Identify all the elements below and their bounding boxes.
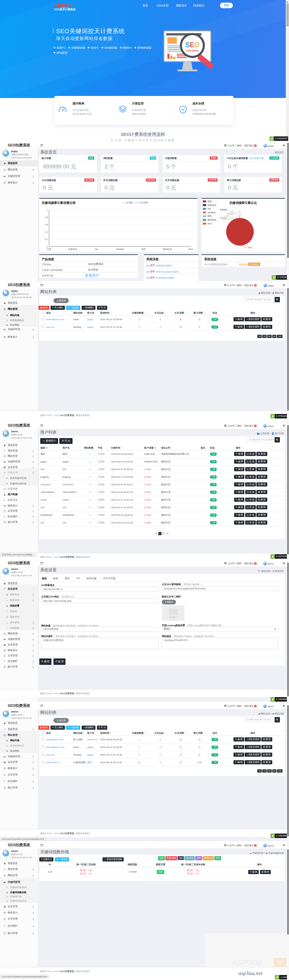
svg-text:0.6: 0.6 <box>45 223 48 226</box>
svg-text:360移动: 360移动 <box>208 211 216 214</box>
svg-text:搜狗移动: 搜狗移动 <box>208 219 216 221</box>
svg-text:百度: 百度 <box>47 248 52 251</box>
svg-text:0.2: 0.2 <box>45 238 48 240</box>
svg-text:搜狗移动: 搜狗移动 <box>163 248 172 251</box>
svg-text:0.8: 0.8 <box>45 216 48 219</box>
svg-text:搜狗: 搜狗 <box>142 248 146 251</box>
svg-text:360: 360 <box>208 207 211 210</box>
svg-text:SEO: SEO <box>185 41 200 49</box>
svg-text:百度移动: 百度移动 <box>208 204 216 207</box>
svg-text:神马: 神马 <box>189 248 193 251</box>
svg-text:0: 0 <box>47 245 48 248</box>
svg-text:神马: 神马 <box>208 223 212 225</box>
svg-text:百度: 百度 <box>208 200 212 203</box>
svg-text:百度: 百度 <box>248 247 252 249</box>
svg-text:搜狗: 搜狗 <box>208 215 212 218</box>
svg-text:百度移动: 百度移动 <box>68 248 77 251</box>
svg-text:0.4: 0.4 <box>45 231 48 233</box>
svg-text:360: 360 <box>231 211 234 213</box>
svg-text:百度移动: 百度移动 <box>220 208 227 211</box>
svg-text:360移动: 360移动 <box>116 248 124 251</box>
svg-text:神马: 神马 <box>223 218 227 220</box>
svg-text:360: 360 <box>94 248 98 251</box>
svg-text:1: 1 <box>47 208 48 211</box>
